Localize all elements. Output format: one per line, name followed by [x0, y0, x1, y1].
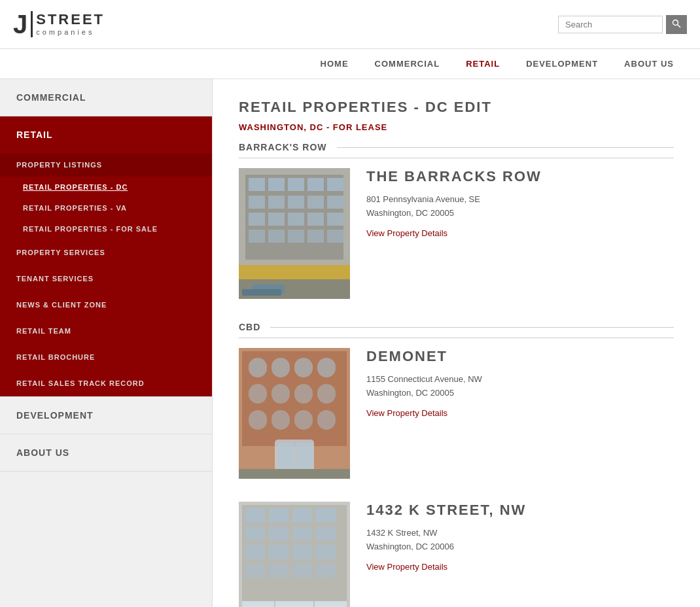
svg-rect-41 — [294, 410, 313, 430]
building-illustration-3 — [239, 502, 350, 607]
svg-rect-14 — [249, 213, 265, 226]
svg-rect-10 — [268, 196, 285, 209]
property-row-demonet: DEMONET 1155 Connecticut Avenue, NW Wash… — [239, 348, 674, 479]
sidebar: COMMERCIAL RETAIL PROPERTY LISTINGS RETA… — [0, 79, 213, 607]
layout: COMMERCIAL RETAIL PROPERTY LISTINGS RETA… — [0, 79, 700, 607]
property-info-kstreet: 1432 K STREET, NW 1432 K Street, NW Wash… — [366, 502, 674, 572]
property-row-kstreet: 1432 K STREET, NW 1432 K Street, NW Wash… — [239, 502, 674, 607]
property-address-line1-barracks: 801 Pennsylvania Avenue, SE — [366, 193, 674, 207]
svg-rect-51 — [292, 508, 312, 523]
search-icon — [672, 19, 681, 28]
section-header-cbd: CBD — [239, 322, 674, 338]
section-barracks-row: BARRACK'S ROW — [239, 142, 674, 299]
building-illustration-1: BLOCKBUSTER — [239, 168, 350, 299]
sidebar-item-commercial[interactable]: COMMERCIAL — [0, 79, 212, 116]
svg-rect-15 — [268, 213, 285, 226]
property-image-kstreet — [239, 502, 350, 607]
svg-rect-9 — [249, 196, 265, 209]
svg-rect-49 — [245, 508, 265, 523]
property-image-demonet — [239, 348, 350, 479]
nav-retail[interactable]: RETAIL — [453, 49, 513, 78]
svg-rect-63 — [292, 563, 312, 578]
property-address-line2-demonet: Washington, DC 20005 — [366, 387, 674, 400]
svg-rect-40 — [271, 410, 290, 430]
svg-rect-12 — [307, 196, 324, 209]
search-button[interactable] — [666, 15, 687, 34]
sidebar-item-retail-team[interactable]: RETAIL TEAM — [0, 318, 212, 344]
nav-development[interactable]: DEVELOPMENT — [513, 49, 611, 78]
svg-rect-4 — [249, 178, 265, 191]
property-address-line1-kstreet: 1432 K Street, NW — [366, 527, 674, 540]
sidebar-item-development[interactable]: DEVELOPMENT — [0, 397, 212, 434]
svg-rect-50 — [269, 508, 289, 523]
svg-rect-18 — [327, 213, 343, 226]
sidebar-item-retail-dc[interactable]: RETAIL PROPERTIES - DC — [0, 177, 212, 198]
svg-rect-20 — [268, 230, 285, 243]
svg-rect-55 — [292, 527, 312, 541]
property-info-barracks: THE BARRACKS ROW 801 Pennsylvania Avenue… — [366, 168, 674, 238]
sidebar-item-retail-brochure[interactable]: RETAIL BROCHURE — [0, 344, 212, 370]
svg-rect-54 — [269, 527, 289, 541]
sidebar-property-listings-header: PROPERTY LISTINGS — [0, 153, 212, 177]
sidebar-item-property-services[interactable]: PROPERTY SERVICES — [0, 239, 212, 266]
sidebar-item-tenant-services[interactable]: TENANT SERVICES — [0, 266, 212, 292]
svg-rect-36 — [271, 384, 290, 404]
svg-rect-56 — [316, 527, 336, 541]
svg-rect-19 — [249, 230, 265, 243]
property-address-kstreet: 1432 K Street, NW Washington, DC 20006 — [366, 527, 674, 554]
sidebar-item-retail-sales-track-record[interactable]: RETAIL SALES TRACK RECORD — [0, 370, 212, 396]
svg-rect-32 — [271, 358, 290, 377]
sidebar-item-retail[interactable]: RETAIL — [0, 116, 212, 153]
svg-rect-64 — [316, 563, 336, 578]
property-image-barracks: BLOCKBUSTER — [239, 168, 350, 299]
svg-rect-13 — [327, 196, 343, 209]
view-details-kstreet[interactable]: View Property Details — [366, 562, 447, 572]
svg-rect-57 — [245, 545, 265, 559]
svg-rect-6 — [288, 178, 304, 191]
main-content: RETAIL PROPERTIES - DC EDIT WASHINGTON, … — [213, 79, 700, 607]
property-name-demonet: DEMONET — [366, 348, 674, 365]
svg-rect-39 — [249, 410, 267, 430]
svg-rect-16 — [288, 213, 304, 226]
svg-rect-60 — [316, 545, 336, 559]
svg-rect-53 — [245, 527, 265, 541]
sidebar-item-news-client-zone[interactable]: NEWS & CLIENT ZONE — [0, 292, 212, 318]
property-name-kstreet: 1432 K STREET, NW — [366, 502, 674, 519]
svg-rect-11 — [288, 196, 304, 209]
svg-rect-5 — [268, 178, 285, 191]
search-input[interactable] — [558, 16, 663, 33]
header: J STREET companies — [0, 0, 700, 49]
svg-rect-65 — [242, 601, 347, 607]
section-header-barracks-row: BARRACK'S ROW — [239, 142, 674, 158]
view-details-barracks[interactable]: View Property Details — [366, 228, 447, 238]
svg-rect-17 — [307, 213, 324, 226]
property-address-line2-barracks: Washington, DC 20005 — [366, 207, 674, 220]
svg-rect-31 — [249, 358, 267, 377]
page-subtitle: WASHINGTON, DC - FOR LEASE — [239, 122, 674, 132]
property-address-line1-demonet: 1155 Connecticut Avenue, NW — [366, 373, 674, 387]
nav-home[interactable]: HOME — [307, 49, 362, 78]
nav-about-us[interactable]: ABOUT US — [611, 49, 687, 78]
search-area — [558, 15, 687, 34]
sidebar-item-about-us[interactable]: ABOUT US — [0, 434, 212, 471]
svg-rect-33 — [294, 358, 313, 377]
property-info-demonet: DEMONET 1155 Connecticut Avenue, NW Wash… — [366, 348, 674, 418]
view-details-demonet[interactable]: View Property Details — [366, 408, 447, 418]
nav-commercial[interactable]: COMMERCIAL — [362, 49, 453, 78]
sidebar-development-section: DEVELOPMENT — [0, 397, 212, 434]
svg-rect-8 — [327, 178, 343, 191]
svg-point-0 — [673, 20, 678, 25]
svg-rect-52 — [316, 508, 336, 523]
svg-rect-46 — [239, 469, 350, 479]
svg-rect-42 — [317, 410, 336, 430]
sidebar-item-retail-va[interactable]: RETAIL PROPERTIES - VA — [0, 198, 212, 218]
logo[interactable]: J STREET companies — [13, 11, 105, 37]
sidebar-retail-section: RETAIL PROPERTY LISTINGS RETAIL PROPERTI… — [0, 116, 212, 397]
property-row-barracks: BLOCKBUSTER THE BARRACKS ROW 801 Pennsyl… — [239, 168, 674, 299]
svg-rect-34 — [317, 358, 336, 377]
svg-rect-37 — [294, 384, 313, 404]
sidebar-item-retail-for-sale[interactable]: RETAIL PROPERTIES - FOR SALE — [0, 218, 212, 239]
logo-companies: companies — [36, 28, 105, 36]
logo-j: J — [13, 11, 33, 37]
svg-rect-23 — [327, 230, 343, 243]
